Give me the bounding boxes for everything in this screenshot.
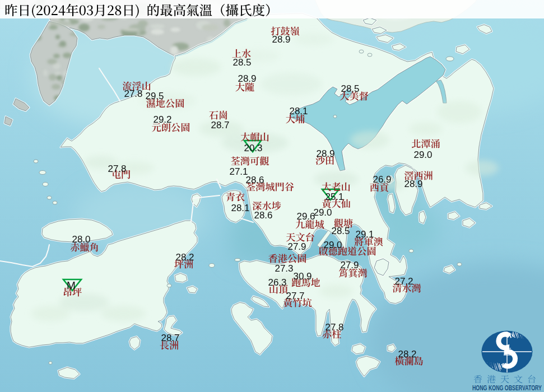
svg-text:28.2: 28.2 bbox=[175, 252, 194, 263]
svg-text:28.5: 28.5 bbox=[341, 83, 359, 94]
svg-text:28.7: 28.7 bbox=[161, 333, 179, 343]
svg-text:29.6: 29.6 bbox=[296, 211, 315, 222]
svg-text:26.3: 26.3 bbox=[268, 277, 286, 288]
svg-text:27.2: 27.2 bbox=[394, 276, 413, 287]
svg-text:30.9: 30.9 bbox=[293, 271, 311, 282]
svg-text:27.3: 27.3 bbox=[275, 263, 293, 274]
svg-text:29.5: 29.5 bbox=[145, 91, 164, 101]
svg-text:27.9: 27.9 bbox=[340, 260, 359, 270]
svg-text:M: M bbox=[67, 279, 76, 291]
svg-text:28.5: 28.5 bbox=[331, 226, 350, 236]
svg-text:28.1: 28.1 bbox=[231, 203, 249, 213]
svg-text:28.0: 28.0 bbox=[72, 234, 90, 245]
svg-text:27.8: 27.8 bbox=[325, 322, 343, 333]
svg-text:28.9: 28.9 bbox=[272, 34, 290, 45]
svg-text:29.1: 29.1 bbox=[355, 229, 374, 240]
svg-text:27.8: 27.8 bbox=[124, 88, 142, 99]
svg-text:29.2: 29.2 bbox=[153, 114, 171, 125]
svg-text:20.3: 20.3 bbox=[244, 143, 262, 153]
svg-text:27.9: 27.9 bbox=[287, 241, 306, 252]
svg-text:25.1: 25.1 bbox=[325, 192, 343, 202]
svg-text:28.6: 28.6 bbox=[245, 175, 264, 185]
svg-text:29.0: 29.0 bbox=[413, 150, 432, 160]
svg-text:28.9: 28.9 bbox=[238, 73, 256, 84]
svg-text:28.7: 28.7 bbox=[211, 120, 229, 130]
svg-text:27.7: 27.7 bbox=[286, 291, 304, 301]
svg-text:HONG KONG OBSERVATORY: HONG KONG OBSERVATORY bbox=[472, 384, 542, 392]
svg-text:29.0: 29.0 bbox=[323, 240, 342, 250]
svg-text:28.1: 28.1 bbox=[289, 106, 308, 116]
svg-text:26.9: 26.9 bbox=[373, 174, 391, 185]
svg-text:28.6: 28.6 bbox=[254, 210, 272, 221]
svg-text:27.8: 27.8 bbox=[108, 164, 126, 174]
svg-text:29.0: 29.0 bbox=[313, 207, 332, 218]
svg-text:28.9: 28.9 bbox=[404, 179, 422, 189]
svg-text:28.9: 28.9 bbox=[316, 148, 334, 159]
svg-text:28.5: 28.5 bbox=[233, 57, 251, 68]
svg-text:28.2: 28.2 bbox=[398, 349, 416, 360]
